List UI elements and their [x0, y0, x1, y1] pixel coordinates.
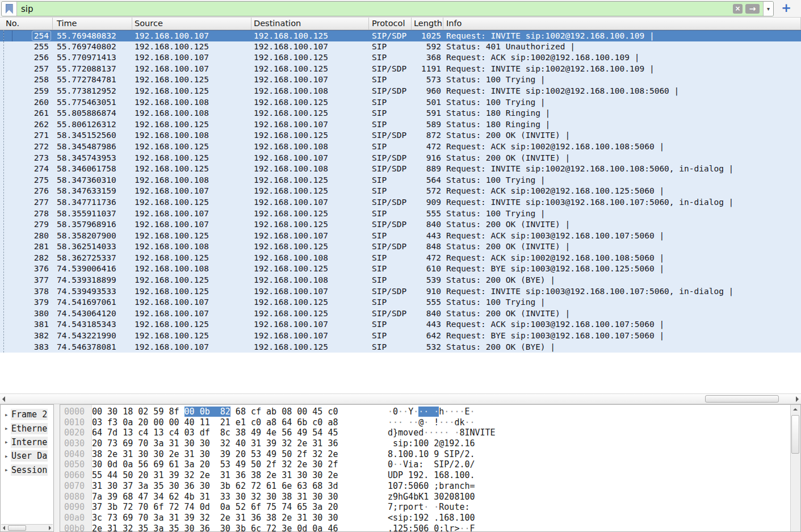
ascii-bytes[interactable]: 107:5060 ;branch= [388, 481, 475, 492]
column-header-length[interactable]: Length [412, 18, 443, 30]
packet-row[interactable]: 28058.358207900192.168.100.125192.168.10… [0, 231, 801, 242]
scroll-left-arrow-icon[interactable] [2, 396, 5, 402]
details-horizontal-scrollbar[interactable] [1, 524, 53, 531]
hex-line[interactable]: 009037 3b 72 70 6f 72 74 0d 0a 52 6f 75 … [60, 502, 800, 513]
hex-bytes[interactable]: 20 73 69 70 3a 31 30 30 32 40 31 39 32 2… [92, 438, 338, 449]
packet-row[interactable]: 27658.347633159192.168.100.107192.168.10… [0, 186, 801, 197]
packet-row[interactable]: 25955.773812952192.168.100.125192.168.10… [0, 86, 801, 97]
hex-line[interactable]: 000000 30 18 02 59 8f 00 0b 82 68 cf ab … [60, 407, 800, 417]
hex-line[interactable]: 00b02e 31 32 35 3a 35 30 36 30 3b 6c 72 … [60, 523, 800, 532]
hex-bytes[interactable]: 7a 39 68 47 34 62 4b 31 33 30 32 30 38 3… [92, 492, 338, 502]
column-header-destination[interactable]: Destination [251, 18, 369, 30]
detail-item[interactable]: ▸Interne [1, 435, 53, 449]
hex-line[interactable]: 002064 7d 13 c4 13 c4 03 df 8c 38 49 4e … [60, 428, 800, 438]
packet-row[interactable]: 38174.543185343192.168.100.125192.168.10… [0, 319, 801, 330]
filter-bookmark-button[interactable] [2, 2, 17, 16]
packet-row[interactable]: 27358.345743953192.168.100.125192.168.10… [0, 153, 801, 164]
hex-bytes[interactable]: 38 2e 31 30 30 2e 31 30 39 20 53 49 50 2… [92, 449, 338, 460]
ascii-bytes[interactable]: 7;rport· ·Route: [388, 502, 475, 513]
scrollbar-thumb[interactable] [8, 525, 26, 531]
scroll-right-arrow-icon[interactable] [49, 526, 51, 530]
packet-row[interactable]: 27958.357968916192.168.100.107192.168.10… [0, 219, 801, 231]
scrollbar-thumb[interactable] [705, 395, 779, 403]
packet-row[interactable]: 27558.347360310192.168.100.108192.168.10… [0, 175, 801, 186]
scroll-right-arrow-icon[interactable] [796, 396, 799, 402]
expand-arrow-icon[interactable]: ▸ [5, 425, 11, 432]
packet-row[interactable]: 37774.539318899192.168.100.125192.168.10… [0, 275, 801, 286]
display-filter-input[interactable]: sip × → ▾ [1, 1, 774, 16]
hex-line[interactable]: 00807a 39 68 47 34 62 4b 31 33 30 32 30 … [60, 492, 800, 502]
expand-arrow-icon[interactable]: ▸ [5, 466, 11, 474]
hex-bytes[interactable]: 55 44 50 20 31 39 32 2e 31 36 38 2e 31 3… [92, 470, 338, 481]
packet-row[interactable]: 27158.345152560192.168.100.108192.168.10… [0, 130, 801, 141]
packet-row[interactable]: 25655.770971413192.168.100.107192.168.10… [0, 52, 801, 64]
hex-bytes[interactable]: 00 30 18 02 59 8f 00 0b 82 68 cf ab 08 0… [92, 407, 338, 417]
detail-item[interactable]: ▸User Da [1, 449, 53, 463]
packet-row[interactable]: 37974.541697061192.168.100.107192.168.10… [0, 297, 801, 308]
hex-line[interactable]: 005030 0d 0a 56 69 61 3a 20 53 49 50 2f … [60, 459, 800, 470]
hex-bytes[interactable]: 30 0d 0a 56 69 61 3a 20 53 49 50 2f 32 2… [92, 459, 338, 470]
ascii-bytes[interactable]: .125:506 0;lr>··F [388, 523, 475, 532]
column-header-info[interactable]: Info [443, 18, 801, 30]
packet-row[interactable]: 25855.772784781192.168.100.125192.168.10… [0, 74, 801, 86]
packet-row[interactable]: 38074.543064120192.168.100.107192.168.10… [0, 308, 801, 320]
clear-filter-button[interactable]: × [733, 4, 743, 14]
packet-row[interactable]: 26255.806126312192.168.100.125192.168.10… [0, 119, 801, 131]
ascii-bytes[interactable]: sip:100 2@192.16 [388, 438, 475, 449]
hex-bytes[interactable]: 37 3b 72 70 6f 72 74 0d 0a 52 6f 75 74 6… [92, 502, 338, 513]
column-header-no[interactable]: No. [0, 18, 53, 30]
packet-row[interactable]: 37674.539006416192.168.100.108192.168.10… [0, 263, 801, 275]
expand-arrow-icon[interactable]: ▸ [5, 453, 11, 460]
hex-bytes[interactable]: 3c 73 69 70 3a 31 39 32 2e 31 36 38 2e 3… [92, 513, 338, 523]
expand-arrow-icon[interactable]: ▸ [5, 438, 11, 446]
column-header-time[interactable]: Time [53, 18, 132, 30]
detail-item[interactable]: ▸Etherne [1, 421, 53, 435]
ascii-bytes[interactable]: ·0··Y··· ·h····E· [388, 407, 475, 417]
ascii-bytes[interactable]: UDP 192. 168.100. [388, 470, 475, 481]
hex-line[interactable]: 004038 2e 31 30 30 2e 31 30 39 20 53 49 … [60, 449, 800, 460]
scroll-left-arrow-icon[interactable] [3, 526, 5, 530]
ascii-bytes[interactable]: <sip:192 .168.100 [388, 513, 475, 523]
detail-item[interactable]: ▸Frame 2 [1, 408, 53, 421]
ascii-bytes[interactable]: z9hG4bK1 30208100 [388, 492, 475, 502]
filter-dropdown-button[interactable]: ▾ [763, 2, 773, 16]
packet-row[interactable]: 38374.546378081192.168.100.107192.168.10… [0, 342, 801, 353]
hex-vertical-scrollbar[interactable] [790, 405, 800, 531]
packet-row[interactable]: 26055.775463051192.168.100.108192.168.10… [0, 97, 801, 108]
add-filter-button[interactable]: + [779, 1, 794, 15]
packet-row[interactable]: 25755.772088137192.168.100.107192.168.10… [0, 64, 801, 75]
ascii-bytes[interactable]: ··· ··@· !···dk·· [388, 417, 475, 428]
hex-bytes[interactable]: 03 f3 0a 20 00 00 40 11 21 e1 c0 a8 64 6… [92, 417, 338, 428]
packet-row[interactable]: 25555.769740802192.168.100.125192.168.10… [0, 41, 801, 53]
ascii-bytes[interactable]: 8.100.10 9 SIP/2. [388, 449, 475, 460]
packet-row[interactable]: 28158.362514033192.168.100.108192.168.10… [0, 241, 801, 253]
ascii-bytes[interactable]: d}moved····· ·8INVITE [388, 428, 496, 438]
packet-row[interactable]: 26155.805886874192.168.100.108192.168.10… [0, 108, 801, 119]
hex-line[interactable]: 00a03c 73 69 70 3a 31 39 32 2e 31 36 38 … [60, 513, 800, 523]
packet-row[interactable]: 27858.355911037192.168.100.107192.168.10… [0, 208, 801, 220]
packet-row[interactable]: 28258.362725337192.168.100.125192.168.10… [0, 253, 801, 264]
scrollbar-thumb[interactable] [791, 415, 799, 454]
hex-line[interactable]: 001003 f3 0a 20 00 00 40 11 21 e1 c0 a8 … [60, 417, 800, 428]
hex-line[interactable]: 003020 73 69 70 3a 31 30 30 32 40 31 39 … [60, 438, 800, 449]
packet-row[interactable]: 27758.347711736192.168.100.125192.168.10… [0, 197, 801, 208]
column-header-protocol[interactable]: Protocol [369, 18, 412, 30]
hex-line[interactable]: 006055 44 50 20 31 39 32 2e 31 36 38 2e … [60, 470, 800, 481]
packet-row[interactable]: 27458.346061758192.168.100.125192.168.10… [0, 164, 801, 175]
packet-list-horizontal-scrollbar[interactable] [0, 393, 801, 404]
hex-bytes[interactable]: 2e 31 32 35 3a 35 30 36 30 3b 6c 72 3e 0… [92, 523, 338, 532]
apply-filter-button[interactable]: → [745, 4, 760, 14]
packet-row[interactable]: 25455.769480832192.168.100.107192.168.10… [0, 30, 801, 41]
ascii-bytes[interactable]: 0··Via: SIP/2.0/ [388, 459, 475, 470]
column-header-source[interactable]: Source [132, 18, 251, 30]
hex-line[interactable]: 007031 30 37 3a 35 30 36 30 3b 62 72 61 … [60, 481, 800, 492]
packet-row[interactable]: 38274.543221990192.168.100.125192.168.10… [0, 330, 801, 342]
detail-item[interactable]: ▸Session [1, 463, 53, 477]
packet-row[interactable]: 37874.539493533192.168.100.125192.168.10… [0, 286, 801, 298]
hex-bytes[interactable]: 31 30 37 3a 35 30 36 30 3b 62 72 61 6e 6… [92, 481, 338, 492]
packet-row[interactable]: 27258.345487986192.168.100.125192.168.10… [0, 141, 801, 153]
scroll-up-arrow-icon[interactable] [793, 408, 798, 410]
hex-bytes[interactable]: 64 7d 13 c4 13 c4 03 df 8c 38 49 4e 56 4… [92, 428, 338, 438]
expand-arrow-icon[interactable]: ▸ [5, 411, 11, 418]
filter-text[interactable]: sip [17, 4, 733, 14]
